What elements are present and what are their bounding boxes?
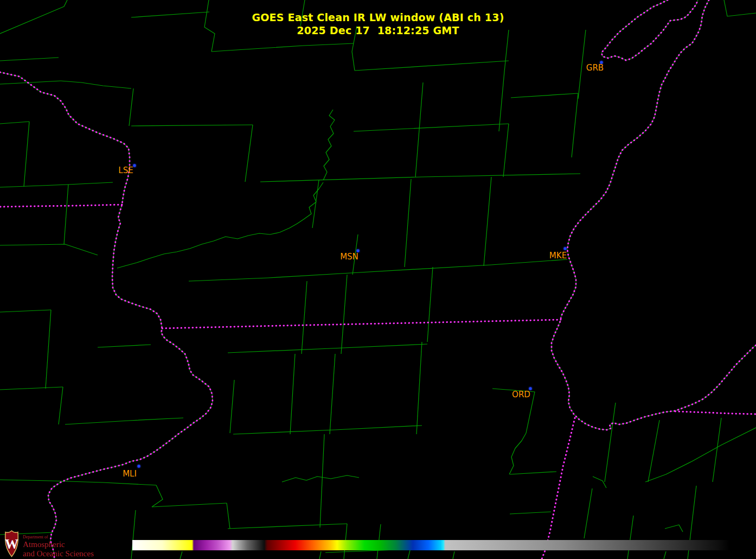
county-line (584, 488, 592, 538)
county-line (227, 503, 230, 529)
satellite-map-viewport: GOES East Clean IR LW window (ABI ch 13)… (0, 0, 756, 559)
county-line (330, 354, 335, 434)
county-line (98, 345, 151, 347)
county-line (0, 310, 51, 312)
logo-line-atmospheric: Atmospheric (23, 541, 94, 549)
county-line (180, 551, 182, 559)
county-line (230, 380, 234, 433)
county-line (484, 177, 491, 266)
county-line (290, 354, 295, 434)
county-line (511, 93, 578, 98)
county-line (648, 420, 659, 482)
aos-logo-text: Department of Atmospheric and Oceanic Sc… (23, 530, 94, 558)
colorbar (132, 540, 729, 550)
county-line (320, 434, 324, 528)
county-line (417, 342, 422, 434)
county-line (405, 179, 411, 267)
county-line (131, 125, 253, 126)
county-line (335, 425, 422, 430)
county-line (0, 58, 59, 61)
minnesota-iowa-border (0, 205, 122, 207)
county-line (268, 273, 350, 278)
county-line (0, 244, 98, 255)
county-line (131, 510, 136, 559)
county-boundaries-layer (0, 0, 756, 559)
county-line (233, 430, 335, 434)
county-line (664, 551, 666, 559)
county-line (228, 348, 331, 353)
county-line (61, 81, 131, 88)
county-line (503, 124, 509, 177)
county-line (245, 125, 253, 182)
county-line (499, 72, 504, 131)
county-line (627, 516, 633, 559)
county-line (713, 418, 721, 482)
county-line (59, 387, 63, 424)
county-line (593, 477, 606, 488)
county-line (212, 43, 354, 52)
county-line (260, 177, 422, 182)
shoreline-layer (0, 0, 756, 559)
county-line (492, 389, 535, 433)
aos-logo: W Department of Atmospheric and Oceanic … (4, 530, 94, 558)
county-line (24, 122, 29, 187)
county-line (152, 485, 163, 507)
river-county-line (117, 182, 323, 268)
uw-crest-icon: W (4, 530, 19, 557)
river-county-line (282, 475, 359, 482)
county-line (46, 310, 51, 389)
image-title: GOES East Clean IR LW window (ABI ch 13) (0, 11, 756, 23)
county-line (578, 30, 586, 99)
county-line (355, 61, 509, 71)
county-line (350, 265, 491, 273)
county-line (0, 480, 156, 485)
county-line (0, 387, 63, 390)
county-line (353, 234, 358, 275)
indiana-michigan-border (675, 411, 756, 414)
county-line (129, 88, 133, 126)
county-line (354, 124, 509, 131)
mississippi-river-bank (0, 72, 213, 559)
county-line (228, 524, 347, 529)
illinois-indiana-border (542, 418, 575, 559)
logo-line-oceanic: and Oceanic Sciences (23, 550, 94, 558)
county-line (510, 512, 551, 514)
county-line (65, 418, 183, 424)
county-line (302, 281, 307, 354)
county-line (665, 525, 683, 532)
county-line (415, 82, 423, 177)
county-line (510, 472, 556, 474)
county-line (319, 551, 321, 559)
map-canvas (0, 0, 756, 559)
county-line (491, 259, 567, 265)
county-line (572, 93, 578, 157)
state-borders-layer (0, 0, 756, 559)
crest-letter: W (5, 537, 18, 551)
wisconsin-illinois-border (162, 320, 561, 328)
county-line (331, 344, 427, 348)
county-line (0, 182, 113, 187)
county-line (189, 278, 268, 281)
county-line (453, 551, 454, 559)
county-line (152, 503, 227, 507)
county-line (0, 122, 29, 124)
county-line (422, 174, 580, 177)
logo-department-of: Department of (23, 535, 94, 539)
county-line (0, 81, 61, 84)
county-line (509, 433, 526, 474)
county-line (605, 403, 616, 482)
mississippi-river-border (0, 72, 213, 559)
county-line (408, 550, 410, 559)
river-county-line (323, 110, 335, 180)
image-timestamp: 2025 Dec 17 18:12:25 GMT (0, 24, 756, 36)
county-line (341, 275, 347, 354)
county-line (64, 185, 68, 244)
county-line (427, 267, 433, 342)
county-line (645, 428, 756, 482)
